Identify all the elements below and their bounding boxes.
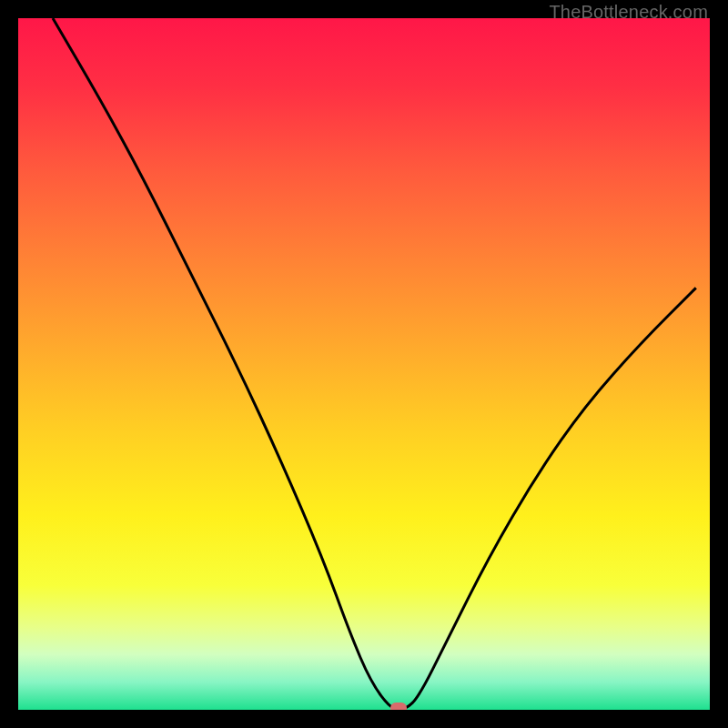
chart-frame: TheBottleneck.com (0, 0, 728, 728)
bottleneck-curve (18, 18, 710, 710)
optimal-marker (390, 703, 407, 710)
watermark-label: TheBottleneck.com (549, 2, 708, 23)
plot-area (18, 18, 710, 710)
